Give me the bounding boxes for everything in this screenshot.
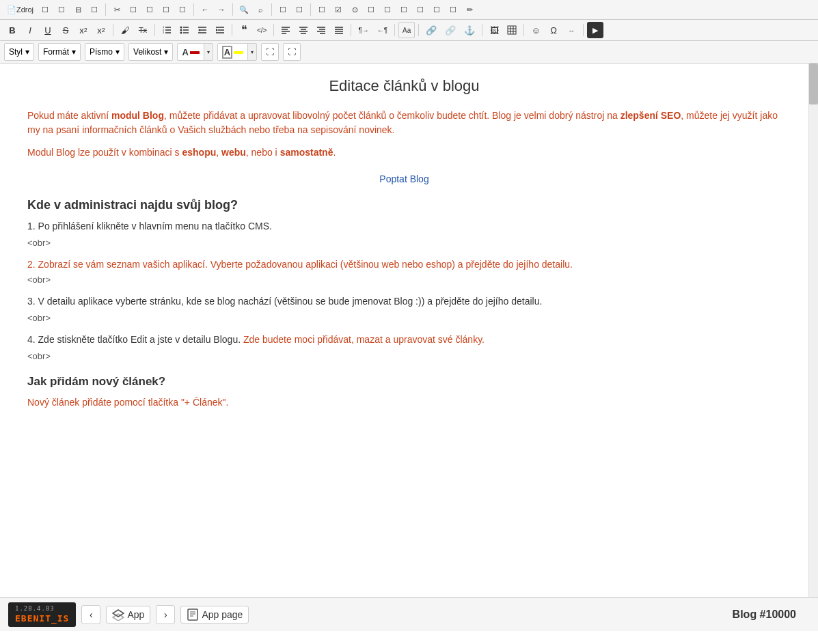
separator <box>583 24 584 36</box>
pagebreak-button[interactable]: -- <box>563 22 580 38</box>
poptat-blog-link[interactable]: Poptat Blog <box>379 173 428 184</box>
image2-button[interactable]: ☐ <box>446 2 461 17</box>
format-dropdown[interactable]: Formát ▾ <box>38 43 81 61</box>
superscript-button[interactable]: x2 <box>93 22 109 38</box>
obr-2: <obr> <box>27 275 781 285</box>
separator <box>154 24 155 36</box>
unlink-button[interactable]: 🔗 <box>441 22 459 38</box>
align-center-button[interactable] <box>295 22 312 38</box>
expand2-button[interactable]: ⛶ <box>283 43 301 61</box>
bg-color-button[interactable]: A <box>218 44 247 60</box>
redo-button[interactable]: → <box>214 2 229 17</box>
editor-area[interactable]: Editace článků v blogu Pokud máte aktivn… <box>0 64 808 597</box>
select-all-button[interactable]: ☐ <box>275 2 290 17</box>
cb-icon: ☑ <box>335 5 342 14</box>
chevron-down-icon: ▾ <box>115 47 120 57</box>
language-button[interactable]: Aa <box>398 22 415 38</box>
bold-button[interactable]: B <box>4 22 21 38</box>
separator <box>394 24 395 36</box>
bg-color-icon: A <box>222 46 232 59</box>
ltr-button[interactable]: ¶→ <box>355 22 372 38</box>
preview-button[interactable]: ☐ <box>87 2 102 17</box>
orderedlist-button[interactable]: 123 <box>159 22 175 38</box>
back-button[interactable]: ‹ <box>81 605 100 624</box>
unorderedlist-button[interactable] <box>176 22 193 38</box>
page-icon <box>187 608 199 621</box>
source-button[interactable]: 📄 Zdroj <box>4 2 36 17</box>
removeformat-button[interactable]: Tx <box>135 22 151 38</box>
cut-button[interactable]: ✂ <box>109 2 124 17</box>
copy-button[interactable]: ☐ <box>126 2 141 17</box>
open-button[interactable]: ☐ <box>54 2 69 17</box>
cb-button[interactable]: ☑ <box>331 2 346 17</box>
font-color-arrow[interactable]: ▾ <box>204 44 213 60</box>
obr-4: <obr> <box>27 351 781 361</box>
clearformat-button[interactable]: 🖌 <box>117 22 133 38</box>
bg-color-swatch <box>234 51 243 54</box>
select-button[interactable]: ☐ <box>380 2 395 17</box>
paste-text-button[interactable]: ☐ <box>159 2 174 17</box>
undo-icon: ← <box>202 5 209 14</box>
scrollbar-thumb[interactable] <box>809 64 818 104</box>
paste-word-button[interactable]: ☐ <box>175 2 190 17</box>
bg-color-arrow[interactable]: ▾ <box>247 44 256 60</box>
anchor-button[interactable]: ⚓ <box>461 22 478 38</box>
link-button[interactable]: 🔗 <box>422 22 440 38</box>
page-button[interactable]: App page <box>180 606 249 624</box>
find-button[interactable]: 🔍 <box>236 2 251 17</box>
paste-text-icon: ☐ <box>163 5 169 14</box>
align-right-button[interactable] <box>313 22 329 38</box>
expand-button[interactable]: ⛶ <box>261 43 279 61</box>
video-button[interactable]: ▶ <box>587 22 603 38</box>
replace-button[interactable]: ⌕ <box>253 2 268 17</box>
underline-button[interactable]: U <box>40 22 56 38</box>
ol-button[interactable]: ☐ <box>314 2 329 17</box>
font-color-icon: A <box>182 47 188 57</box>
scrollbar[interactable] <box>808 64 818 597</box>
image-button[interactable]: 🖼 <box>486 22 502 38</box>
smiley-button[interactable]: ☺ <box>528 22 544 38</box>
app-label: App <box>127 609 144 620</box>
svg-point-9 <box>180 27 182 29</box>
print-button[interactable]: ⊟ <box>70 2 85 17</box>
separator <box>271 3 272 16</box>
table-button[interactable] <box>504 22 520 38</box>
strikethrough-button[interactable]: S <box>57 22 74 38</box>
paragraph-2: Modul Blog lze použít v kombinaci s esho… <box>27 145 781 160</box>
copy-icon: ☐ <box>130 5 137 14</box>
textarea-button[interactable]: ☐ <box>396 2 411 17</box>
radio-button[interactable]: ⊙ <box>347 2 362 17</box>
hidden-button[interactable]: ☐ <box>413 2 428 17</box>
specialchar-button[interactable]: Ω <box>545 22 562 38</box>
main-container: Editace článků v blogu Pokud máte aktivn… <box>0 64 818 597</box>
font-dropdown[interactable]: Písmo ▾ <box>85 43 124 61</box>
font-color-button[interactable]: A <box>178 44 203 60</box>
separator <box>418 24 419 36</box>
new-button[interactable]: ☐ <box>38 2 53 17</box>
blockquote-button[interactable]: ❝ <box>236 22 252 38</box>
subscript-button[interactable]: x2 <box>75 22 92 38</box>
italic-button[interactable]: I <box>22 22 38 38</box>
outdent-button[interactable] <box>194 22 210 38</box>
forward-button[interactable]: › <box>156 605 175 624</box>
align-left-button[interactable] <box>277 22 294 38</box>
style-dropdown[interactable]: Styl ▾ <box>4 43 34 61</box>
rtl-button[interactable]: ←¶ <box>374 22 391 38</box>
misc-button[interactable]: ✏ <box>462 2 477 17</box>
input-button[interactable]: ☐ <box>364 2 379 17</box>
size-dropdown[interactable]: Velikost ▾ <box>128 43 173 61</box>
separator <box>232 24 232 36</box>
align-justify-button[interactable] <box>331 22 347 38</box>
new-icon: ☐ <box>42 5 49 14</box>
button-button[interactable]: ☐ <box>429 2 444 17</box>
spell-button[interactable]: ☐ <box>292 2 307 17</box>
html-source-button[interactable]: </> <box>254 22 270 38</box>
undo-button[interactable]: ← <box>197 2 213 17</box>
layers-app-button[interactable]: App <box>106 606 150 624</box>
paste-button[interactable]: ☐ <box>142 2 157 17</box>
separator <box>482 24 482 36</box>
svg-marker-42 <box>113 614 124 621</box>
ol-icon: ☐ <box>318 5 325 14</box>
select-icon: ☐ <box>384 5 391 14</box>
indent-button[interactable] <box>212 22 228 38</box>
